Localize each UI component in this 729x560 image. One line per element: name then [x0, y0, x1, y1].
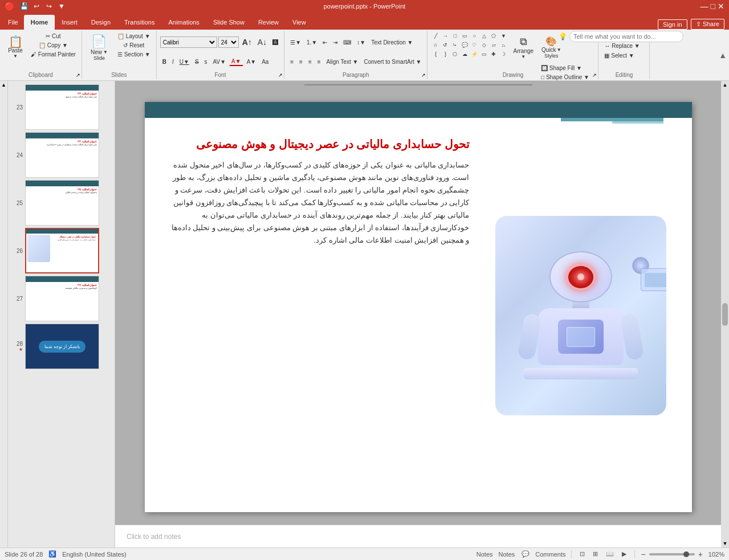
shape-brace-left[interactable]: { [431, 50, 440, 58]
copy-button[interactable]: 📋 Copy ▼ [28, 41, 78, 50]
right-scrollbar[interactable]: ▲ ▼ [721, 81, 729, 547]
justify-button[interactable]: ≡ [315, 58, 323, 66]
replace-button[interactable]: ↔ Replace ▼ [602, 42, 642, 50]
accessibility-icon[interactable]: ♿ [48, 550, 56, 558]
shape-trapezoid[interactable]: ⏢ [499, 41, 508, 49]
tab-review[interactable]: Review [251, 15, 286, 30]
tab-insert[interactable]: Insert [55, 15, 84, 30]
scroll-up-arrow[interactable]: ▲ [722, 81, 729, 89]
shape-arrow[interactable]: → [441, 32, 450, 40]
scroll-down-arrow[interactable]: ▼ [722, 539, 729, 547]
slide-thumb-24[interactable]: 24 عنوان اسلاید ۲۴ متن نمونه برای اسلاید… [8, 131, 115, 179]
columns-button[interactable]: ⌨ [341, 38, 353, 47]
bold-button[interactable]: B [160, 58, 169, 66]
shape-line[interactable]: ╱ [431, 32, 440, 40]
shadow-button[interactable]: s [202, 58, 210, 66]
customize-qat-button[interactable]: ▼ [56, 1, 67, 11]
clear-format-button[interactable]: 🅰 [270, 38, 280, 47]
tab-file[interactable]: File [2, 15, 24, 30]
tab-transitions[interactable]: Transitions [117, 15, 161, 30]
shape-cylinder[interactable]: ⬡ [450, 50, 459, 58]
comments-button[interactable]: 💬 [519, 549, 532, 559]
shape-lightning[interactable]: ⚡ [470, 50, 479, 58]
shape-oval[interactable]: ○ [470, 32, 479, 40]
format-painter-button[interactable]: 🖌 Format Painter [28, 50, 78, 59]
slide-thumb-23[interactable]: 23 عنوان اسلاید ۲۳ متن نمونه برای اسلاید… [8, 83, 115, 131]
window-controls[interactable]: — □ ✕ [701, 2, 724, 11]
slide-28-thumbnail[interactable]: باتشکر از توجه شما [25, 324, 99, 369]
slide-panel-scroll-up[interactable]: ▲ [0, 81, 7, 89]
font-size-decrease-button[interactable]: A↓ [255, 36, 269, 48]
shape-callout[interactable]: 💬 [460, 41, 469, 49]
align-right-button[interactable]: ≡ [306, 58, 314, 66]
select-button[interactable]: ▦ Select ▼ [602, 51, 642, 60]
slide-23-thumbnail[interactable]: عنوان اسلاید ۲۳ متن نمونه برای اسلاید بی… [25, 84, 99, 130]
shape-curved-arrow[interactable]: ↺ [441, 41, 450, 49]
font-size-aa-button[interactable]: Aa [259, 58, 271, 66]
slide-thumb-25[interactable]: 25 عنوان اسلاید ۲۵ محتوای اسلاید بیست و … [8, 179, 115, 227]
align-center-button[interactable]: ≡ [297, 58, 305, 66]
zoom-out-button[interactable]: − [641, 550, 645, 559]
slide-25-thumbnail[interactable]: عنوان اسلاید ۲۵ محتوای اسلاید بیست و پنج… [25, 180, 99, 226]
zoom-level[interactable]: 102% [708, 551, 724, 558]
slide-thumb-28[interactable]: 28 ★ باتشکر از توجه شما [8, 322, 115, 370]
shape-brace-right[interactable]: } [441, 50, 450, 58]
text-direction-button[interactable]: Text Direction ▼ [369, 38, 415, 47]
zoom-slider[interactable] [649, 553, 695, 555]
tab-design[interactable]: Design [84, 15, 117, 30]
drawing-expand[interactable]: ↗ [592, 72, 597, 78]
shape-moon[interactable]: ☽ [499, 50, 508, 58]
restore-button[interactable]: □ [711, 2, 715, 11]
signin-button[interactable]: Sign in [658, 19, 687, 30]
paragraph-expand[interactable]: ↗ [421, 72, 426, 78]
font-expand[interactable]: ↗ [278, 72, 283, 78]
strikethrough-button[interactable]: S [193, 58, 201, 66]
slideshow-button[interactable]: ▶ [620, 549, 629, 559]
shape-heart[interactable]: ♡ [470, 41, 479, 49]
shape-rect[interactable]: □ [450, 32, 459, 40]
zoom-in-button[interactable]: + [698, 550, 703, 559]
bullets-button[interactable]: ☰▼ [288, 38, 303, 47]
slide-sorter-button[interactable]: ⊞ [590, 549, 600, 559]
reset-button[interactable]: ↺ Reset [115, 41, 153, 50]
underline-button[interactable]: U▼ [177, 58, 192, 66]
shape-triangle[interactable]: △ [479, 32, 488, 40]
align-text-button[interactable]: Align Text ▼ [324, 58, 361, 66]
notes-button[interactable]: Notes [474, 550, 495, 559]
tab-home[interactable]: Home [24, 15, 55, 30]
new-slide-button[interactable]: 📄 New ▼ Slide [85, 32, 113, 63]
font-name-select[interactable]: Calibri [160, 36, 217, 48]
notes-area[interactable]: Click to add notes [115, 525, 721, 547]
tab-slideshow[interactable]: Slide Show [206, 15, 251, 30]
line-spacing-button[interactable]: ↕▼ [355, 38, 368, 47]
shape-connector[interactable]: ⤷ [450, 41, 459, 49]
slide-26-thumbnail[interactable]: تحول حسابداری مالیاتی در عصر دیجیتال حسا… [25, 228, 99, 273]
smartart-button[interactable]: Convert to SmartArt ▼ [361, 58, 423, 66]
increase-indent-button[interactable]: ⇥ [331, 38, 340, 47]
shape-cloud[interactable]: ☁ [460, 50, 469, 58]
cut-button[interactable]: ✂ Cut [28, 32, 78, 40]
paste-button[interactable]: 📋 Paste ▼ [3, 32, 27, 63]
shape-rounded-rect[interactable]: ▭ [460, 32, 469, 40]
minimize-button[interactable]: — [701, 2, 708, 11]
ribbon-collapse-button[interactable]: ▲ [716, 31, 729, 79]
numbering-button[interactable]: 1.▼ [304, 38, 319, 47]
save-button[interactable]: 💾 [19, 1, 29, 11]
zoom-thumb[interactable] [683, 551, 689, 557]
font-size-increase-button[interactable]: A↑ [240, 36, 254, 48]
shape-fill-button[interactable]: 🔲 Shape Fill ▼ [539, 64, 592, 72]
scroll-thumb[interactable] [722, 303, 728, 326]
tab-view[interactable]: View [286, 15, 313, 30]
shape-parallelogram[interactable]: ▱ [489, 41, 498, 49]
close-button[interactable]: ✕ [718, 2, 724, 11]
slide-27-thumbnail[interactable]: عنوان اسلاید ۲۷ اتوماسیون و مدیریت مالیا… [25, 276, 99, 321]
slide-canvas-scroll[interactable]: تحول حسابداری مالیاتی در عصر دیجیتال و ه… [115, 89, 721, 525]
shape-cross[interactable]: ✚ [489, 50, 498, 58]
quick-access-toolbar[interactable]: 🔴 💾 ↩ ↪ ▼ [5, 1, 67, 11]
shape-minus[interactable]: ▭ [479, 50, 488, 58]
align-left-button[interactable]: ≡ [288, 58, 296, 66]
italic-button[interactable]: I [170, 58, 176, 66]
shape-diamond[interactable]: ◇ [479, 41, 488, 49]
undo-button[interactable]: ↩ [31, 1, 42, 11]
redo-button[interactable]: ↪ [44, 1, 54, 11]
